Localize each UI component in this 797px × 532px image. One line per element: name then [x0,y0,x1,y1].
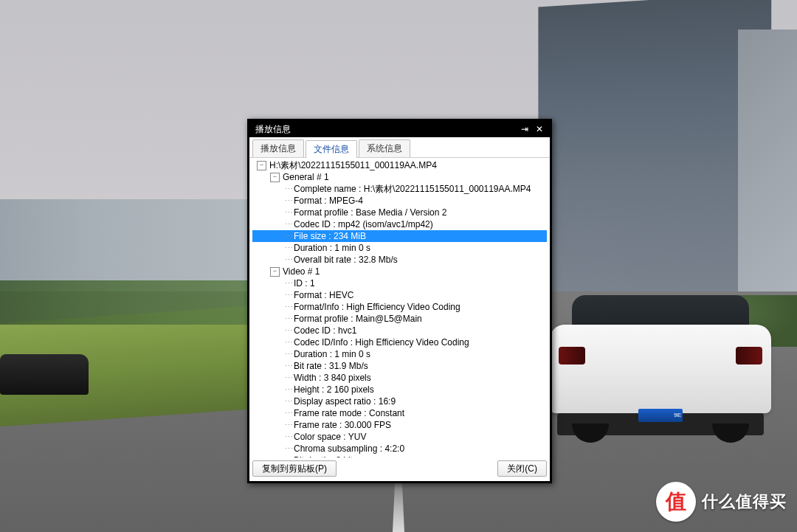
tree-item-0-2[interactable]: ⋯Format profile : Base Media / Version 2 [252,207,547,218]
tree-item-0-4[interactable]: ⋯File size : 234 MiB [252,230,547,242]
tab-file-info[interactable]: 文件信息 [306,140,357,158]
white-suv: 9E [550,295,771,443]
copy-to-clipboard-button[interactable]: 复制到剪贴板(P) [252,460,337,477]
collapse-icon[interactable]: − [270,267,280,277]
tree-item-1-3[interactable]: ⋯Format profile : Main@L5@Main [252,313,547,325]
tree-item-0-3[interactable]: ⋯Codec ID : mp42 (isom/avc1/mp42) [252,218,547,230]
trees-left [0,280,280,325]
close-button[interactable]: 关闭(C) [497,460,547,477]
dialog-title: 播放信息 [255,123,517,136]
tree-item-1-11[interactable]: ⋯Frame rate mode : Constant [252,407,547,419]
tree-item-1-6[interactable]: ⋯Duration : 1 min 0 s [252,348,547,360]
tab-bar: 播放信息 文件信息 系统信息 [249,137,550,158]
tree-item-1-2[interactable]: ⋯Format/Info : High Efficiency Video Cod… [252,301,547,313]
pin-icon[interactable]: ⇥ [517,124,532,134]
license-plate: 9E [638,409,683,422]
dialog-buttons: 复制到剪贴板(P) 关闭(C) [252,460,547,478]
tree-item-1-9[interactable]: ⋯Height : 2 160 pixels [252,384,547,395]
parked-car-left [0,354,89,395]
tree-item-1-1[interactable]: ⋯Format : HEVC [252,289,547,301]
tab-playback-info[interactable]: 播放信息 [252,139,304,157]
tree-item-0-6[interactable]: ⋯Overall bit rate : 32.8 Mb/s [252,254,547,266]
tree-item-1-4[interactable]: ⋯Codec ID : hvc1 [252,325,547,336]
watermark-logo-icon: 值 [656,482,696,522]
building-far-right [738,30,797,310]
tree-section-1[interactable]: −Video # 1 [252,266,547,277]
skyscraper-right [538,0,771,325]
collapse-icon[interactable]: − [270,173,280,182]
tree-item-1-12[interactable]: ⋯Frame rate : 30.000 FPS [252,419,547,431]
tree-item-1-8[interactable]: ⋯Width : 3 840 pixels [252,372,547,384]
watermark-text: 什么值得买 [702,491,787,513]
titlebar[interactable]: 播放信息 ⇥ ✕ [249,121,550,137]
tree-item-1-5[interactable]: ⋯Codec ID/Info : High Efficiency Video C… [252,336,547,348]
tree-item-1-14[interactable]: ⋯Chroma subsampling : 4:2:0 [252,443,547,455]
tree-item-0-0[interactable]: ⋯Complete name : H:\素材\20221115155011_00… [252,183,547,195]
close-icon[interactable]: ✕ [532,124,547,134]
tree-item-1-7[interactable]: ⋯Bit rate : 31.9 Mb/s [252,360,547,372]
tree-item-0-1[interactable]: ⋯Format : MPEG-4 [252,195,547,207]
info-tree[interactable]: −H:\素材\20221115155011_000119AA.MP4−Gener… [252,159,547,457]
collapse-icon[interactable]: − [257,161,266,170]
tree-root[interactable]: −H:\素材\20221115155011_000119AA.MP4 [252,159,547,171]
tree-item-1-15[interactable]: ⋯Bit depth : 8 bits [252,455,547,457]
tree-item-0-5[interactable]: ⋯Duration : 1 min 0 s [252,242,547,254]
watermark: 值 什么值得买 [656,482,787,522]
tree-item-1-13[interactable]: ⋯Color space : YUV [252,431,547,443]
media-info-dialog: 播放信息 ⇥ ✕ 播放信息 文件信息 系统信息 −H:\素材\202211151… [247,119,552,483]
tree-item-1-10[interactable]: ⋯Display aspect ratio : 16:9 [252,395,547,407]
dashcam-background: 9E 播放信息 ⇥ ✕ 播放信息 文件信息 系统信息 −H:\素材\202211… [0,0,797,532]
tree-section-0[interactable]: −General # 1 [252,171,547,183]
tree-item-1-0[interactable]: ⋯ID : 1 [252,277,547,289]
tab-system-info[interactable]: 系统信息 [359,139,410,157]
